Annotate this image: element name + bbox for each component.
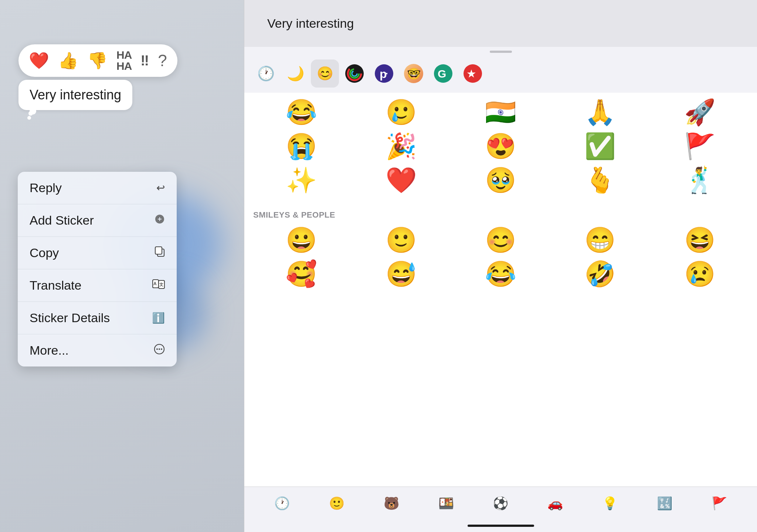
bottom-bear-icon[interactable]: 🐻: [380, 494, 403, 513]
bottom-ball-icon[interactable]: ⚽: [489, 494, 512, 513]
right-panel: Very interesting 🕐 🌙 😊: [244, 0, 757, 532]
tapback-thumbsdown[interactable]: 👎: [87, 52, 108, 69]
bottom-objects-icon[interactable]: 💡: [598, 494, 621, 513]
tab-more[interactable]: ★: [459, 59, 487, 88]
tapback-haha[interactable]: HAHA: [116, 50, 132, 72]
emoji-slightly-smiling[interactable]: 🙂: [353, 224, 449, 255]
home-indicator: [244, 521, 757, 532]
message-text: Very interesting: [30, 87, 121, 102]
message-area: ❤️ 👍 👎 HAHA ‼ ? Very interesting Reply ↩…: [11, 44, 233, 110]
menu-item-copy[interactable]: Copy: [18, 237, 177, 269]
svg-text:文: 文: [159, 282, 163, 287]
message-header: Very interesting: [244, 0, 757, 47]
reply-icon: ↩: [156, 182, 165, 194]
emoji-cell-check[interactable]: ✅: [552, 130, 648, 161]
menu-item-reply[interactable]: Reply ↩: [18, 172, 177, 204]
recent-emoji-grid: 😂 🥲 🇮🇳 🙏 🚀 😭 🎉 😍 ✅ 🚩 ✨ ❤️ 🥹 🫰 🕺: [253, 96, 748, 195]
more-stickers-icon: ★: [463, 64, 482, 83]
svg-point-7: [156, 348, 158, 350]
tapback-heart[interactable]: ❤️: [29, 52, 49, 69]
tapback-exclaim[interactable]: ‼: [140, 54, 149, 68]
emoji-cell-heart-eyes[interactable]: 😍: [452, 130, 549, 161]
svg-text:A: A: [153, 281, 157, 286]
copy-icon: [155, 246, 165, 260]
emoji-cell-starstruck[interactable]: 🥹: [452, 164, 549, 195]
tab-g-sticker[interactable]: G: [429, 59, 457, 88]
bottom-flags-icon[interactable]: 🚩: [708, 494, 731, 513]
smileys-section-label: SMILEYS & PEOPLE: [253, 204, 748, 224]
menu-item-add-sticker[interactable]: Add Sticker: [18, 204, 177, 237]
emoji-grinning[interactable]: 😀: [253, 224, 350, 255]
drag-handle: [244, 47, 757, 54]
tab-recent[interactable]: 🕐: [252, 59, 280, 88]
emoji-grinning-big[interactable]: 😁: [552, 224, 648, 255]
bottom-symbols-icon[interactable]: 🔣: [653, 494, 676, 513]
smileys-emoji-grid: 😀 🙂 😊 😁 😆 🥰 😅 😂 🤣 😢: [253, 224, 748, 289]
tab-activity1[interactable]: [340, 59, 369, 88]
bottom-clock-icon[interactable]: 🕐: [271, 494, 293, 513]
left-panel: ❤️ 👍 👎 HAHA ‼ ? Very interesting Reply ↩…: [0, 0, 244, 532]
emoji-joy[interactable]: 😂: [452, 258, 549, 289]
svg-rect-1: [155, 247, 162, 254]
bottom-smiley-icon[interactable]: 🙂: [325, 494, 348, 513]
tab-moon[interactable]: 🌙: [281, 59, 309, 88]
emoji-content[interactable]: 😂 🥲 🇮🇳 🙏 🚀 😭 🎉 😍 ✅ 🚩 ✨ ❤️ 🥹 🫰 🕺 SMILEYS …: [244, 93, 757, 487]
tapback-bar[interactable]: ❤️ 👍 👎 HAHA ‼ ?: [18, 44, 177, 77]
memoji-avatar: 🤓: [404, 64, 423, 83]
menu-item-sticker-details[interactable]: Sticker Details ℹ️: [18, 302, 177, 334]
p-sticker-icon: p ·: [374, 64, 394, 83]
svg-text:G: G: [438, 68, 446, 80]
emoji-cell-sparkles[interactable]: ✨: [253, 164, 350, 195]
menu-item-translate[interactable]: Translate A 文: [18, 269, 177, 302]
emoji-cell-heart[interactable]: ❤️: [353, 164, 449, 195]
message-bubble: Very interesting: [18, 80, 132, 110]
tapback-thumbsup[interactable]: 👍: [58, 52, 78, 69]
info-icon: ℹ️: [152, 312, 165, 324]
svg-point-8: [159, 348, 160, 350]
emoji-cell-holding-back-tears[interactable]: 🥲: [353, 96, 449, 127]
translate-label: Translate: [30, 278, 81, 293]
emoji-cell-laughing[interactable]: 😂: [253, 96, 350, 127]
svg-text:·: ·: [386, 68, 388, 78]
emoji-cell-party[interactable]: 🎉: [353, 130, 449, 161]
emoji-cell-dancer[interactable]: 🕺: [652, 164, 748, 195]
emoji-bottom-bar: 🕐 🙂 🐻 🍱 ⚽ 🚗 💡 🔣 🚩: [244, 487, 757, 521]
svg-point-9: [161, 348, 162, 350]
add-sticker-icon: [155, 214, 165, 227]
header-bubble: Very interesting: [258, 10, 363, 37]
bottom-travel-icon[interactable]: 🚗: [544, 494, 567, 513]
emoji-sweat-smile[interactable]: 😅: [353, 258, 449, 289]
copy-label: Copy: [30, 246, 59, 260]
g-sticker-icon: G: [434, 64, 453, 83]
emoji-laughing-squint[interactable]: 😆: [652, 224, 748, 255]
emoji-cell-pinching[interactable]: 🫰: [552, 164, 648, 195]
smiley-icon: 😊: [317, 66, 333, 81]
svg-text:★: ★: [467, 68, 476, 79]
activity-ring-icon: [345, 64, 364, 83]
tab-smiley[interactable]: 😊: [311, 59, 339, 88]
emoji-cell-india-flag[interactable]: 🇮🇳: [452, 96, 549, 127]
emoji-category-tabs: 🕐 🌙 😊 p · 🤓: [244, 54, 757, 93]
emoji-cell-crying[interactable]: 😭: [253, 130, 350, 161]
emoji-cell-flag[interactable]: 🚩: [652, 130, 748, 161]
reply-label: Reply: [30, 181, 62, 195]
emoji-smiling-eyes[interactable]: 😊: [452, 224, 549, 255]
emoji-cry[interactable]: 😢: [652, 258, 748, 289]
emoji-cell-rocket[interactable]: 🚀: [652, 96, 748, 127]
menu-item-more[interactable]: More...: [18, 334, 177, 366]
tab-memoji[interactable]: 🤓: [400, 59, 428, 88]
emoji-cell-pray[interactable]: 🙏: [552, 96, 648, 127]
sticker-details-label: Sticker Details: [30, 311, 110, 325]
drag-handle-bar: [490, 51, 512, 53]
moon-icon: 🌙: [287, 65, 304, 82]
bubble-tail: [27, 116, 31, 120]
emoji-rofl[interactable]: 🤣: [552, 258, 648, 289]
header-message-text: Very interesting: [267, 16, 354, 30]
add-sticker-label: Add Sticker: [30, 213, 94, 228]
more-icon: [154, 344, 165, 357]
translate-icon: A 文: [152, 279, 165, 292]
tab-p-sticker[interactable]: p ·: [370, 59, 398, 88]
emoji-star-eyes[interactable]: 🥰: [253, 258, 350, 289]
tapback-question[interactable]: ?: [158, 52, 167, 69]
bottom-food-icon[interactable]: 🍱: [435, 494, 458, 513]
